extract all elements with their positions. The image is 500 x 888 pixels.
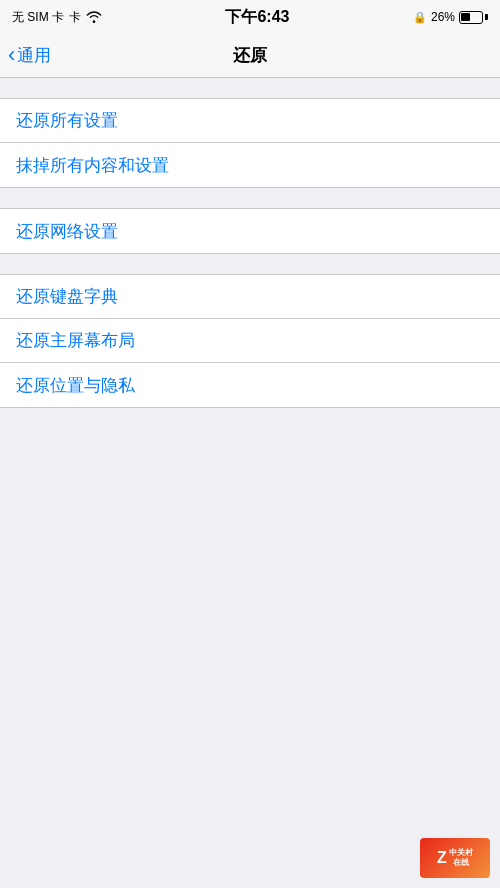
nav-bar: ‹ 通用 还原 [0,34,500,78]
section-reset-network: 还原网络设置 [0,208,500,254]
battery-icon [459,11,488,24]
back-button[interactable]: ‹ 通用 [8,44,51,67]
sim-card-text: 卡 [69,9,81,26]
section-gap-2 [0,254,500,274]
reset-network-item[interactable]: 还原网络设置 [0,209,500,253]
reset-location-privacy-label: 还原位置与隐私 [16,374,135,397]
status-left: 无 SIM 卡 卡 [12,9,102,26]
content-area: 还原所有设置 抹掉所有内容和设置 还原网络设置 还原键盘字典 还原主屏幕布局 还… [0,98,500,408]
status-time: 下午6:43 [225,7,289,28]
reset-location-privacy-item[interactable]: 还原位置与隐私 [0,363,500,407]
section-gap-1 [0,188,500,208]
wifi-icon [86,11,102,23]
erase-all-content-label: 抹掉所有内容和设置 [16,154,169,177]
reset-homescreen-label: 还原主屏幕布局 [16,329,135,352]
reset-keyboard-label: 还原键盘字典 [16,285,118,308]
reset-network-label: 还原网络设置 [16,220,118,243]
reset-all-settings-item[interactable]: 还原所有设置 [0,99,500,143]
watermark-label: 中关村在线 [449,848,473,869]
back-chevron-icon: ‹ [8,44,15,66]
status-right: 🔒 26% [413,10,488,24]
reset-keyboard-item[interactable]: 还原键盘字典 [0,275,500,319]
page-title: 还原 [233,44,267,67]
watermark: Z 中关村在线 [420,838,490,878]
erase-all-content-item[interactable]: 抹掉所有内容和设置 [0,143,500,187]
reset-homescreen-item[interactable]: 还原主屏幕布局 [0,319,500,363]
section-reset-misc: 还原键盘字典 还原主屏幕布局 还原位置与隐私 [0,274,500,408]
carrier-text: 无 SIM 卡 [12,9,64,26]
back-button-label: 通用 [17,44,51,67]
battery-percent: 26% [431,10,455,24]
reset-all-settings-label: 还原所有设置 [16,109,118,132]
lock-icon: 🔒 [413,11,427,24]
section-reset-main: 还原所有设置 抹掉所有内容和设置 [0,98,500,188]
watermark-z-letter: Z [437,849,447,867]
status-bar: 无 SIM 卡 卡 下午6:43 🔒 26% [0,0,500,34]
